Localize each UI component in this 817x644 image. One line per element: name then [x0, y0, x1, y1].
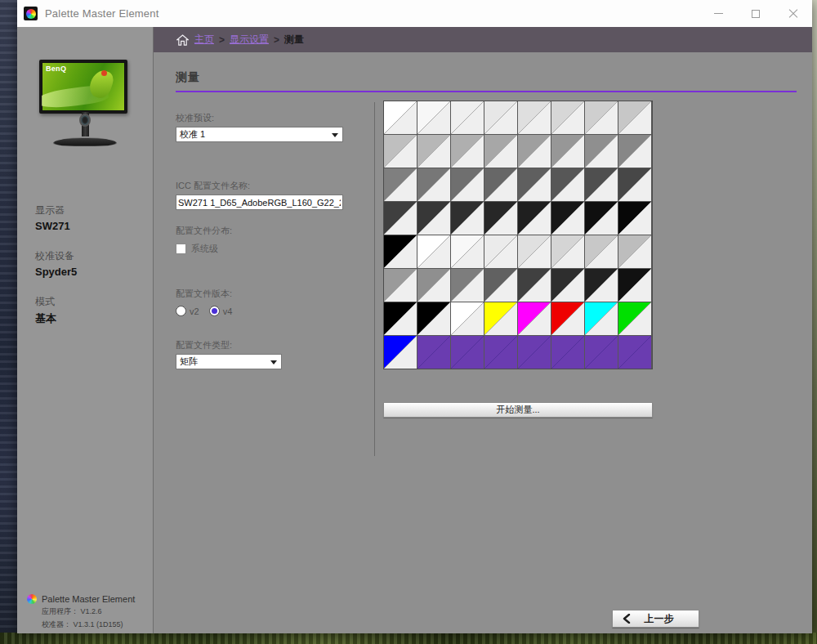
patch-cell: [518, 302, 551, 335]
chevron-down-icon: [270, 360, 277, 364]
patch-cell: [551, 202, 584, 235]
patch-cell: [551, 269, 584, 302]
system-level-checkbox[interactable]: [176, 244, 186, 254]
calibrator-value: Spyder5: [35, 266, 153, 278]
window-title: Palette Master Element: [45, 7, 159, 20]
preset-select[interactable]: 校准 1: [176, 127, 343, 142]
patch-cell: [484, 235, 517, 268]
patch-cell: [417, 168, 450, 201]
calibrator-label: 校准设备: [35, 249, 153, 263]
patch-cell: [585, 269, 618, 302]
patch-cell: [585, 168, 618, 201]
patch-cell: [618, 135, 651, 168]
patch-cell: [585, 101, 618, 134]
mode-value: 基本: [35, 311, 153, 326]
patch-cell: [585, 336, 618, 369]
patch-cell: [451, 168, 484, 201]
minimize-button[interactable]: [699, 0, 737, 27]
version-v4-label: v4: [223, 306, 233, 316]
back-button-label: 上一步: [631, 612, 687, 626]
patch-cell: [417, 135, 450, 168]
chevron-left-icon: [623, 614, 631, 624]
patch-cell: [618, 101, 651, 134]
page-title: 测量: [176, 70, 812, 85]
patch-cell: [484, 302, 517, 335]
patch-cell: [451, 336, 484, 369]
close-button[interactable]: [775, 0, 812, 27]
patch-cell: [451, 135, 484, 168]
monitor-label: 显示器: [35, 203, 153, 217]
patch-cell: [585, 202, 618, 235]
profile-version-label: 配置文件版本:: [176, 288, 374, 300]
start-measure-label: 开始测量...: [496, 404, 539, 416]
patch-cell: [551, 168, 584, 201]
close-icon: [788, 9, 798, 19]
icc-name-label: ICC 配置文件名称:: [176, 180, 374, 192]
settings-form: 校准预设: 校准 1 ICC 配置文件名称: 配置文件分布: 系统级 配置文: [176, 101, 374, 456]
start-measure-button[interactable]: 开始测量...: [383, 402, 653, 418]
app-version-text: 应用程序： V1.2.6: [42, 606, 135, 617]
home-icon[interactable]: [176, 34, 189, 46]
desktop-background-right: [812, 0, 817, 644]
patch-cell: [585, 135, 618, 168]
patch-cell: [551, 302, 584, 335]
breadcrumb-separator: >: [274, 34, 279, 46]
patch-cell: [451, 302, 484, 335]
patch-cell: [484, 336, 517, 369]
app-icon: [24, 7, 38, 20]
system-level-label: 系统级: [191, 243, 218, 255]
patch-cell: [618, 269, 651, 302]
version-v2-radio[interactable]: [176, 306, 186, 316]
desktop-background-left: [0, 0, 17, 644]
version-v4-radio[interactable]: [209, 306, 220, 316]
profile-type-label: 配置文件类型:: [176, 339, 374, 351]
patch-cell: [384, 135, 417, 168]
patch-cell: [518, 235, 551, 268]
patch-cell: [384, 302, 417, 335]
patch-cell: [384, 168, 417, 201]
monitor-value: SW271: [35, 220, 153, 232]
minimize-icon: [714, 13, 723, 14]
profile-type-select[interactable]: 矩阵: [176, 354, 282, 369]
title-bar: Palette Master Element: [17, 0, 812, 27]
icc-name-input[interactable]: [176, 195, 343, 210]
patch-cell: [484, 269, 517, 302]
patch-cell: [417, 235, 450, 268]
patch-cell: [417, 269, 450, 302]
patch-cell: [417, 336, 450, 369]
mode-info: 模式 基本: [35, 295, 153, 326]
version-v2-label: v2: [190, 306, 199, 316]
footer-app-name: Palette Master Element: [42, 594, 135, 604]
breadcrumb-link-display-settings[interactable]: 显示设置: [230, 33, 269, 47]
patch-cell: [518, 336, 551, 369]
patch-cell: [585, 235, 618, 268]
patch-cell: [417, 101, 450, 134]
maximize-icon: [752, 10, 760, 18]
maximize-button[interactable]: [737, 0, 775, 27]
patch-cell: [384, 202, 417, 235]
profile-type-selected-value: 矩阵: [180, 356, 198, 368]
breadcrumb-separator: >: [219, 34, 225, 46]
about-footer: Palette Master Element 应用程序： V1.2.6 校准器：…: [27, 594, 135, 630]
patch-cell: [384, 336, 417, 369]
profile-distribution-label: 配置文件分布:: [176, 225, 374, 237]
patch-cell: [384, 235, 417, 268]
patch-cell: [518, 135, 551, 168]
back-button[interactable]: 上一步: [612, 610, 699, 628]
monitor-image: BenQ: [39, 60, 131, 176]
breadcrumb: 主页 > 显示设置 > 测量: [154, 27, 812, 52]
breadcrumb-link-home[interactable]: 主页: [194, 33, 214, 47]
patch-cell: [484, 101, 517, 134]
patch-cell: [551, 235, 584, 268]
monitor-info: 显示器 SW271: [35, 203, 153, 232]
patch-cell: [618, 302, 651, 335]
patch-grid: [383, 101, 653, 369]
patch-cell: [451, 269, 484, 302]
patch-cell: [484, 135, 517, 168]
patch-cell: [551, 336, 584, 369]
patch-cell: [551, 101, 584, 134]
sidebar: BenQ 显示器 SW271 校准设备 Spyder5 模式 基本: [17, 27, 154, 633]
patch-cell: [618, 336, 651, 369]
patch-cell: [384, 101, 417, 134]
palette-icon: [27, 594, 37, 604]
